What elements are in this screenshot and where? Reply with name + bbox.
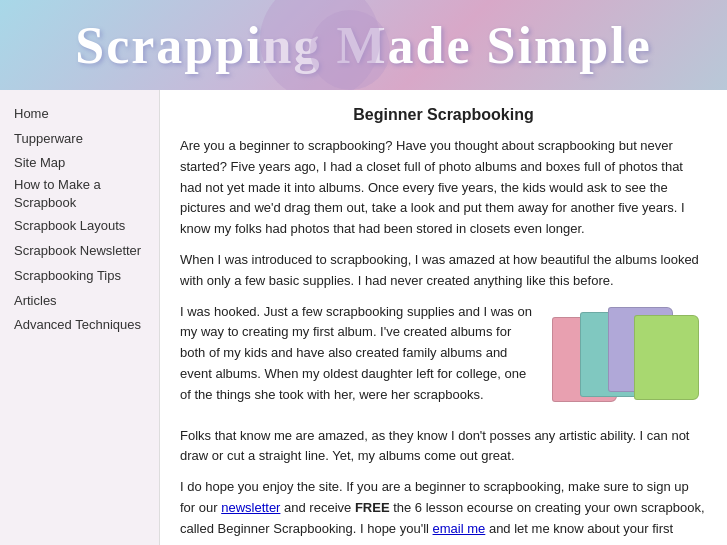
album-green	[634, 315, 699, 400]
newsletter-link[interactable]: newsletter	[221, 500, 280, 515]
album-image	[547, 302, 707, 412]
paragraph-1: Are you a beginner to scrapbooking? Have…	[180, 136, 707, 240]
sidebar-item-tupperware[interactable]: Tupperware	[14, 127, 151, 152]
para5-mid: and receive	[280, 500, 354, 515]
content-with-image: I was hooked. Just a few scrapbooking su…	[180, 302, 707, 416]
free-text: FREE	[355, 500, 390, 515]
sidebar-item-articles[interactable]: Articles	[14, 289, 151, 314]
paragraph-2: When I was introduced to scrapbooking, I…	[180, 250, 707, 292]
paragraph-3: I was hooked. Just a few scrapbooking su…	[180, 302, 535, 406]
sidebar: Home Tupperware Site Map How to Make a S…	[0, 90, 160, 545]
sidebar-item-sitemap[interactable]: Site Map	[14, 151, 151, 176]
main-content: Beginner Scrapbooking Are you a beginner…	[160, 90, 727, 545]
page-header: Scrapping Made Simple	[0, 0, 727, 90]
main-layout: Home Tupperware Site Map How to Make a S…	[0, 90, 727, 545]
sidebar-item-home[interactable]: Home	[14, 102, 151, 127]
email-link[interactable]: email me	[433, 521, 486, 536]
sidebar-item-tips[interactable]: Scrapbooking Tips	[14, 264, 151, 289]
sidebar-item-layouts[interactable]: Scrapbook Layouts	[14, 214, 151, 239]
decorative-circle-2	[310, 10, 390, 90]
paragraph-4: Folks that know me are amazed, as they k…	[180, 426, 707, 468]
sidebar-item-advanced[interactable]: Advanced Techniques	[14, 313, 151, 338]
paragraph-3-text: I was hooked. Just a few scrapbooking su…	[180, 302, 535, 416]
page-title: Beginner Scrapbooking	[180, 106, 707, 124]
sidebar-item-how-to-make[interactable]: How to Make a Scrapbook	[14, 176, 151, 212]
sidebar-item-newsletter[interactable]: Scrapbook Newsletter	[14, 239, 151, 264]
paragraph-5: I do hope you enjoy the site. If you are…	[180, 477, 707, 545]
album-stack	[552, 307, 707, 412]
